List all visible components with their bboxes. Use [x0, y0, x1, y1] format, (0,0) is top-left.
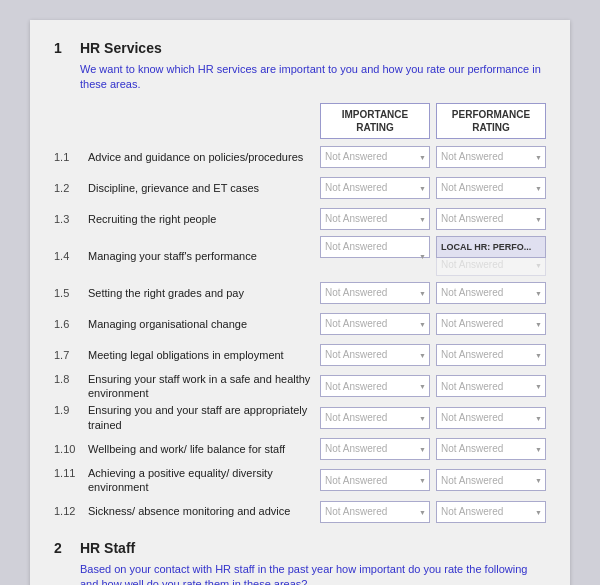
importance-dropdown-8[interactable]: Not Answered: [320, 375, 430, 397]
importance-dropdown-2[interactable]: Not Answered: [320, 177, 430, 199]
importance-dropdown-10[interactable]: Not Answered: [320, 438, 430, 460]
row-text: Sickness/ absence monitoring and advice: [88, 504, 314, 518]
row-num: 1.7: [54, 348, 82, 361]
row-num: 1.11: [54, 466, 82, 479]
row-num: 1.8: [54, 372, 82, 385]
table-row: 1.3 Recruiting the right people Not Answ…: [54, 205, 546, 233]
row-num: 1.1: [54, 150, 82, 163]
row-num: 1.6: [54, 317, 82, 330]
importance-dropdown-12[interactable]: Not Answered: [320, 501, 430, 523]
row-text: Wellbeing and work/ life balance for sta…: [88, 442, 314, 456]
section-1-header: 1 HR Services: [54, 40, 546, 56]
section-2-number: 2: [54, 540, 70, 556]
section-1-table: IMPORTANCE RATING PERFORMANCE RATING 1.1…: [54, 103, 546, 526]
performance-dropdown-6[interactable]: Not Answered: [436, 313, 546, 335]
performance-dropdown-11[interactable]: Not Answered: [436, 469, 546, 491]
row-text: Managing your staff's performance: [88, 249, 314, 263]
importance-header: IMPORTANCE RATING: [320, 103, 430, 139]
performance-header: PERFORMANCE RATING: [436, 103, 546, 139]
table-row: 1.2 Discipline, grievance and ET cases N…: [54, 174, 546, 202]
section-2-desc: Based on your contact with HR staff in t…: [80, 562, 546, 585]
performance-dropdown-2[interactable]: Not Answered: [436, 177, 546, 199]
performance-dropdown-10[interactable]: Not Answered: [436, 438, 546, 460]
row-num: 1.3: [54, 212, 82, 225]
importance-dropdown-1[interactable]: Not Answered: [320, 146, 430, 168]
col-headers: IMPORTANCE RATING PERFORMANCE RATING: [54, 103, 546, 139]
table-row: 1.9 Ensuring you and your staff are appr…: [54, 403, 546, 432]
row-text: Recruiting the right people: [88, 212, 314, 226]
row-num: 1.4: [54, 249, 82, 262]
table-row: 1.5 Setting the right grades and pay Not…: [54, 279, 546, 307]
importance-dropdown-9[interactable]: Not Answered: [320, 407, 430, 429]
section-1-title: HR Services: [80, 40, 162, 56]
table-row: 1.12 Sickness/ absence monitoring and ad…: [54, 498, 546, 526]
importance-dropdown-11[interactable]: Not Answered: [320, 469, 430, 491]
table-row: 1.4 Managing your staff's performance No…: [54, 236, 546, 276]
table-row: 1.6 Managing organisational change Not A…: [54, 310, 546, 338]
performance-dropdown-12[interactable]: Not Answered: [436, 501, 546, 523]
performance-dropdown-8[interactable]: Not Answered: [436, 375, 546, 397]
importance-dropdown-3[interactable]: Not Answered: [320, 208, 430, 230]
table-row: 1.1 Advice and guidance on policies/proc…: [54, 143, 546, 171]
row-text: Discipline, grievance and ET cases: [88, 181, 314, 195]
performance-dropdown-5[interactable]: Not Answered: [436, 282, 546, 304]
importance-dropdown-4[interactable]: Not Answered: [320, 236, 430, 276]
row-text: Ensuring you and your staff are appropri…: [88, 403, 314, 432]
row-text: Managing organisational change: [88, 317, 314, 331]
importance-dropdown-7[interactable]: Not Answered: [320, 344, 430, 366]
performance-dropdown-3[interactable]: Not Answered: [436, 208, 546, 230]
table-row: 1.10 Wellbeing and work/ life balance fo…: [54, 435, 546, 463]
performance-special-4[interactable]: LOCAL HR: PERFO... Not Answered: [436, 236, 546, 276]
section-2-title: HR Staff: [80, 540, 135, 556]
row-text: Meeting legal obligations in employment: [88, 348, 314, 362]
row-num: 1.10: [54, 442, 82, 455]
table-row: 1.11 Achieving a positive equality/ dive…: [54, 466, 546, 495]
local-hr-overlay: LOCAL HR: PERFO...: [436, 236, 546, 258]
row-text: Setting the right grades and pay: [88, 286, 314, 300]
row-text: Ensuring your staff work in a safe and h…: [88, 372, 314, 401]
row-text: Advice and guidance on policies/procedur…: [88, 150, 314, 164]
row-num: 1.5: [54, 286, 82, 299]
row-num: 1.2: [54, 181, 82, 194]
section-2-header: 2 HR Staff: [54, 540, 546, 556]
importance-dropdown-6[interactable]: Not Answered: [320, 313, 430, 335]
table-row: 1.7 Meeting legal obligations in employm…: [54, 341, 546, 369]
importance-dropdown-5[interactable]: Not Answered: [320, 282, 430, 304]
page-container: 1 HR Services We want to know which HR s…: [30, 20, 570, 585]
section-2: 2 HR Staff Based on your contact with HR…: [54, 540, 546, 585]
row-num: 1.12: [54, 504, 82, 517]
section-1-desc: We want to know which HR services are im…: [80, 62, 546, 93]
table-row: 1.8 Ensuring your staff work in a safe a…: [54, 372, 546, 401]
performance-dropdown-9[interactable]: Not Answered: [436, 407, 546, 429]
row-num: 1.9: [54, 403, 82, 416]
row-text: Achieving a positive equality/ diversity…: [88, 466, 314, 495]
performance-dropdown-7[interactable]: Not Answered: [436, 344, 546, 366]
performance-dropdown-1[interactable]: Not Answered: [436, 146, 546, 168]
section-1-number: 1: [54, 40, 70, 56]
